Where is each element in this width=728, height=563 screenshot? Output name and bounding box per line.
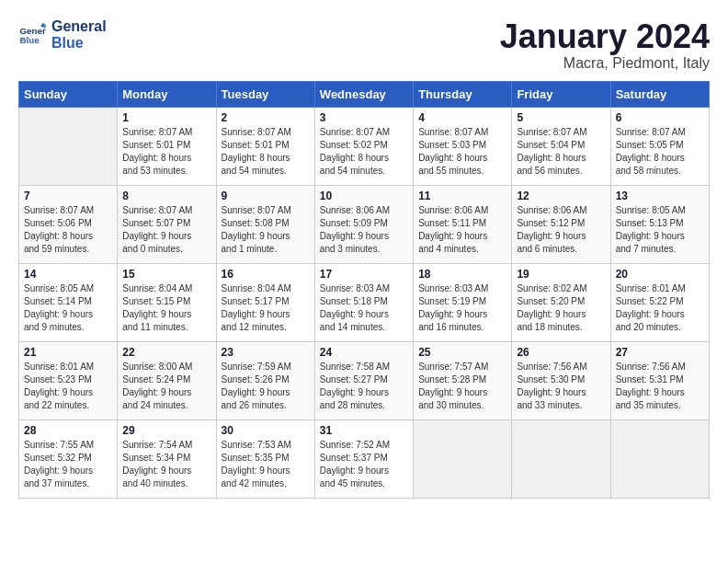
logo-text-general: General (51, 18, 107, 35)
day-number: 13 (616, 190, 704, 202)
day-info: Sunrise: 7:52 AMSunset: 5:37 PMDaylight:… (320, 439, 408, 490)
page-header: General Blue General Blue January 2024 M… (18, 18, 710, 72)
calendar-cell: 20Sunrise: 8:01 AMSunset: 5:22 PMDayligh… (610, 263, 709, 341)
day-info: Sunrise: 8:07 AMSunset: 5:01 PMDaylight:… (222, 126, 310, 178)
calendar-cell: 31Sunrise: 7:52 AMSunset: 5:37 PMDayligh… (314, 419, 413, 498)
day-info: Sunrise: 8:04 AMSunset: 5:17 PMDaylight:… (222, 282, 310, 334)
day-number: 17 (320, 268, 408, 281)
calendar-cell: 4Sunrise: 8:07 AMSunset: 5:03 PMDaylight… (414, 107, 512, 185)
day-number: 12 (517, 190, 605, 202)
calendar-week-4: 21Sunrise: 8:01 AMSunset: 5:23 PMDayligh… (19, 341, 710, 419)
day-info: Sunrise: 8:07 AMSunset: 5:01 PMDaylight:… (122, 126, 210, 178)
calendar-cell (512, 419, 610, 498)
calendar-cell: 8Sunrise: 8:07 AMSunset: 5:07 PMDaylight… (118, 185, 216, 263)
day-info: Sunrise: 8:07 AMSunset: 5:03 PMDaylight:… (418, 126, 506, 178)
calendar-cell: 5Sunrise: 8:07 AMSunset: 5:04 PMDaylight… (512, 107, 610, 185)
calendar-cell: 24Sunrise: 7:58 AMSunset: 5:27 PMDayligh… (314, 341, 413, 419)
calendar-cell: 13Sunrise: 8:05 AMSunset: 5:13 PMDayligh… (610, 185, 709, 263)
calendar-week-1: 1Sunrise: 8:07 AMSunset: 5:01 PMDaylight… (19, 107, 710, 185)
day-number: 20 (616, 268, 704, 281)
day-number: 5 (517, 111, 605, 124)
calendar-cell: 25Sunrise: 7:57 AMSunset: 5:28 PMDayligh… (414, 341, 512, 419)
weekday-header-monday: Monday (118, 81, 216, 107)
day-info: Sunrise: 8:05 AMSunset: 5:13 PMDaylight:… (616, 204, 704, 256)
day-info: Sunrise: 8:07 AMSunset: 5:05 PMDaylight:… (616, 126, 704, 178)
calendar-cell: 17Sunrise: 8:03 AMSunset: 5:18 PMDayligh… (314, 263, 413, 341)
svg-text:Blue: Blue (20, 35, 40, 45)
day-info: Sunrise: 7:56 AMSunset: 5:31 PMDaylight:… (616, 361, 704, 412)
day-info: Sunrise: 8:02 AMSunset: 5:20 PMDaylight:… (517, 282, 605, 334)
day-info: Sunrise: 8:07 AMSunset: 5:06 PMDaylight:… (24, 204, 112, 256)
calendar-cell: 10Sunrise: 8:06 AMSunset: 5:09 PMDayligh… (314, 185, 413, 263)
calendar-cell: 19Sunrise: 8:02 AMSunset: 5:20 PMDayligh… (512, 263, 610, 341)
calendar-cell: 14Sunrise: 8:05 AMSunset: 5:14 PMDayligh… (19, 263, 118, 341)
calendar-table: SundayMondayTuesdayWednesdayThursdayFrid… (18, 81, 710, 499)
day-number: 16 (222, 268, 310, 281)
day-number: 25 (418, 346, 506, 359)
logo-text-blue: Blue (51, 35, 107, 52)
calendar-cell: 18Sunrise: 8:03 AMSunset: 5:19 PMDayligh… (414, 263, 512, 341)
day-number: 29 (122, 424, 210, 437)
title-block: January 2024 Macra, Piedmont, Italy (500, 18, 710, 72)
day-info: Sunrise: 8:07 AMSunset: 5:02 PMDaylight:… (320, 126, 408, 178)
day-number: 28 (24, 424, 112, 437)
day-number: 30 (222, 424, 310, 437)
calendar-cell: 6Sunrise: 8:07 AMSunset: 5:05 PMDaylight… (610, 107, 709, 185)
day-info: Sunrise: 8:06 AMSunset: 5:09 PMDaylight:… (320, 204, 408, 256)
calendar-cell: 7Sunrise: 8:07 AMSunset: 5:06 PMDaylight… (19, 185, 118, 263)
day-info: Sunrise: 8:03 AMSunset: 5:18 PMDaylight:… (320, 282, 408, 334)
day-number: 4 (418, 111, 506, 124)
day-number: 2 (222, 111, 310, 124)
calendar-cell: 3Sunrise: 8:07 AMSunset: 5:02 PMDaylight… (314, 107, 413, 185)
calendar-cell: 1Sunrise: 8:07 AMSunset: 5:01 PMDaylight… (118, 107, 216, 185)
day-info: Sunrise: 8:01 AMSunset: 5:23 PMDaylight:… (24, 361, 112, 412)
weekday-header-row: SundayMondayTuesdayWednesdayThursdayFrid… (19, 81, 710, 107)
day-info: Sunrise: 8:04 AMSunset: 5:15 PMDaylight:… (122, 282, 210, 334)
day-number: 22 (122, 346, 210, 359)
day-number: 9 (222, 190, 310, 202)
weekday-header-tuesday: Tuesday (216, 81, 314, 107)
weekday-header-sunday: Sunday (19, 81, 118, 107)
calendar-cell (414, 419, 512, 498)
calendar-week-3: 14Sunrise: 8:05 AMSunset: 5:14 PMDayligh… (19, 263, 710, 341)
calendar-cell: 21Sunrise: 8:01 AMSunset: 5:23 PMDayligh… (19, 341, 118, 419)
calendar-cell: 9Sunrise: 8:07 AMSunset: 5:08 PMDaylight… (216, 185, 314, 263)
day-number: 15 (122, 268, 210, 281)
calendar-cell (19, 107, 118, 185)
day-info: Sunrise: 7:55 AMSunset: 5:32 PMDaylight:… (24, 439, 112, 490)
calendar-cell: 28Sunrise: 7:55 AMSunset: 5:32 PMDayligh… (19, 419, 118, 498)
day-info: Sunrise: 8:05 AMSunset: 5:14 PMDaylight:… (24, 282, 112, 334)
calendar-cell: 23Sunrise: 7:59 AMSunset: 5:26 PMDayligh… (216, 341, 314, 419)
logo: General Blue General Blue (18, 18, 107, 51)
calendar-cell: 15Sunrise: 8:04 AMSunset: 5:15 PMDayligh… (118, 263, 216, 341)
calendar-cell (610, 419, 709, 498)
calendar-cell: 11Sunrise: 8:06 AMSunset: 5:11 PMDayligh… (414, 185, 512, 263)
day-number: 14 (24, 268, 112, 281)
svg-text:General: General (20, 25, 47, 35)
weekday-header-thursday: Thursday (414, 81, 512, 107)
day-info: Sunrise: 8:06 AMSunset: 5:11 PMDaylight:… (418, 204, 506, 256)
day-info: Sunrise: 8:01 AMSunset: 5:22 PMDaylight:… (616, 282, 704, 334)
calendar-cell: 2Sunrise: 8:07 AMSunset: 5:01 PMDaylight… (216, 107, 314, 185)
day-info: Sunrise: 8:06 AMSunset: 5:12 PMDaylight:… (517, 204, 605, 256)
day-number: 10 (320, 190, 408, 202)
day-info: Sunrise: 7:53 AMSunset: 5:35 PMDaylight:… (222, 439, 310, 490)
day-info: Sunrise: 8:03 AMSunset: 5:19 PMDaylight:… (418, 282, 506, 334)
day-info: Sunrise: 7:57 AMSunset: 5:28 PMDaylight:… (418, 361, 506, 412)
day-info: Sunrise: 7:59 AMSunset: 5:26 PMDaylight:… (222, 361, 310, 412)
day-info: Sunrise: 7:58 AMSunset: 5:27 PMDaylight:… (320, 361, 408, 412)
day-info: Sunrise: 8:00 AMSunset: 5:24 PMDaylight:… (122, 361, 210, 412)
day-info: Sunrise: 7:54 AMSunset: 5:34 PMDaylight:… (122, 439, 210, 490)
day-number: 24 (320, 346, 408, 359)
day-number: 11 (418, 190, 506, 202)
day-info: Sunrise: 8:07 AMSunset: 5:08 PMDaylight:… (222, 204, 310, 256)
calendar-cell: 29Sunrise: 7:54 AMSunset: 5:34 PMDayligh… (118, 419, 216, 498)
day-info: Sunrise: 8:07 AMSunset: 5:07 PMDaylight:… (122, 204, 210, 256)
logo-icon: General Blue (18, 21, 46, 49)
day-number: 26 (517, 346, 605, 359)
day-number: 7 (24, 190, 112, 202)
weekday-header-saturday: Saturday (610, 81, 709, 107)
day-number: 3 (320, 111, 408, 124)
day-info: Sunrise: 7:56 AMSunset: 5:30 PMDaylight:… (517, 361, 605, 412)
calendar-body: 1Sunrise: 8:07 AMSunset: 5:01 PMDaylight… (19, 107, 710, 498)
